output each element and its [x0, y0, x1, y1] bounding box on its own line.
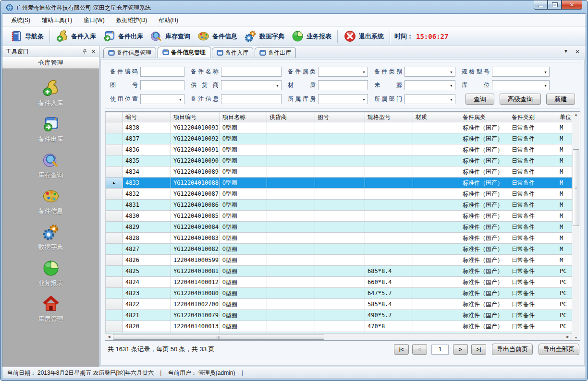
close-button[interactable]: ✕ [562, 0, 582, 10]
row-selector[interactable] [106, 233, 123, 244]
table-row[interactable]: 4835YG122040100900型圈标准件（国产）日常备件M [106, 155, 572, 167]
table-row[interactable]: 4836YG122040100910型圈标准件（国产）日常备件M [106, 144, 572, 155]
tab-close-icon[interactable]: ✕ [575, 48, 580, 55]
new-button[interactable]: 新建 [546, 94, 575, 105]
pin-icon[interactable] [82, 49, 87, 54]
menu-item[interactable]: 系统(S) [5, 14, 36, 27]
form-combobox[interactable]: ▼ [492, 80, 550, 90]
sidebar-item-data-dict[interactable]: 数据字典 [38, 223, 63, 251]
row-selector[interactable] [106, 299, 123, 310]
table-row[interactable]: 4821YG122040100790型圈490*5.7标准件（国产）日常备件PC [106, 310, 572, 321]
sidebar-item-parts-in[interactable]: 备件入库 [38, 79, 63, 107]
tab-item[interactable]: 备件入库 [212, 48, 253, 58]
row-selector[interactable] [106, 310, 123, 321]
scroll-up-icon[interactable]: ▲ [572, 113, 580, 116]
row-selector[interactable] [106, 255, 123, 266]
scroll-right-icon[interactable]: ▶ [564, 335, 572, 339]
first-page-button[interactable]: |< [394, 344, 409, 355]
table-row[interactable]: 4823YG122040100800型圈647*5.7标准件（国产）日常备件PC [106, 288, 572, 299]
row-selector[interactable] [106, 144, 123, 155]
form-combobox[interactable]: ▼ [140, 94, 184, 104]
row-selector[interactable] [106, 211, 123, 222]
maximize-button[interactable] [548, 0, 562, 10]
row-selector[interactable] [106, 321, 123, 332]
sidebar-item-report[interactable]: 业务报表 [38, 259, 63, 287]
form-input[interactable] [140, 80, 184, 90]
table-row[interactable]: 4828YG122040100830型圈标准件（国产）日常备件M [106, 233, 572, 244]
column-header[interactable]: 项目编号 [171, 112, 220, 122]
table-row[interactable]: 4825YG122040100810型圈685*8.4标准件（国产）日常备件PC [106, 266, 572, 277]
next-page-button[interactable]: > [453, 344, 468, 355]
table-row[interactable]: 482412204014000120型圈660*8.4标准件（国产）日常备件PC [106, 277, 572, 288]
menu-item[interactable]: 帮助(H) [153, 14, 184, 27]
table-row[interactable]: ▶4833YG122040100880型圈标准件（国产）日常备件M [106, 178, 572, 189]
table-row[interactable]: 4830YG122040100850型圈标准件（国产）日常备件M [106, 211, 572, 222]
row-selector[interactable] [106, 122, 123, 133]
scroll-down-icon[interactable]: ▼ [572, 336, 580, 339]
table-row[interactable]: 4827YG122040100820型圈标准件（国产）日常备件M [106, 244, 572, 255]
toolbar-button-parts-out[interactable]: 备件出库 [99, 28, 147, 44]
table-row[interactable]: 482612204010005990型圈标准件（国产）日常备件M [106, 255, 572, 266]
table-row[interactable]: 4838YG122040100930型圈标准件（国产）日常备件M [106, 122, 572, 133]
tab-menu-icon[interactable]: ▼ [564, 48, 568, 55]
sidebar-item-stock-query[interactable]: 库存查询 [38, 151, 63, 179]
sidebar-group-title[interactable]: 仓库管理 [2, 57, 99, 69]
toolbar-button-navbar-book[interactable]: 导航条 [6, 28, 47, 44]
row-selector[interactable] [106, 266, 123, 277]
column-header[interactable]: 图号 [315, 112, 365, 122]
toolbar-button-exit[interactable]: 退出系统 [340, 28, 387, 44]
menu-item[interactable]: 窗口(W) [78, 14, 110, 27]
row-selector[interactable] [106, 200, 123, 211]
form-input[interactable] [221, 94, 282, 104]
form-combobox[interactable]: ▼ [318, 67, 368, 77]
table-row[interactable]: 4829YG122040100840型圈标准件（国产）日常备件M [106, 222, 572, 233]
form-combobox[interactable]: ▼ [492, 67, 550, 77]
toolbar-button-data-dict[interactable]: 数据字典 [241, 28, 288, 44]
query-button[interactable]: 查询 [466, 94, 494, 105]
form-input[interactable] [318, 80, 368, 90]
tab-active[interactable]: 备件信息管理 [158, 47, 210, 58]
column-header[interactable]: 备件属类 [460, 112, 509, 122]
sidebar-item-parts-out[interactable]: 备件出库 [38, 115, 63, 143]
column-header[interactable]: 项目名称 [220, 112, 267, 122]
page-number-input[interactable] [431, 345, 449, 355]
table-row[interactable]: 4831YG122040100860型圈标准件（国产）日常备件M [106, 200, 572, 211]
sidebar-close-icon[interactable]: ✕ [91, 48, 96, 55]
form-combobox[interactable]: ▼ [404, 94, 455, 104]
vertical-scrollbar[interactable]: ▲ ≡ ▼ [572, 112, 580, 340]
minimize-button[interactable] [534, 0, 548, 10]
table-row[interactable]: 482212204010027000型圈585*8.4标准件（国产）日常备件PC [106, 299, 572, 310]
form-combobox[interactable]: ▼ [404, 67, 455, 77]
sidebar-item-parts-info[interactable]: 备件信息 [38, 187, 63, 215]
form-combobox[interactable]: ▼ [318, 94, 368, 104]
toolbar-button-report[interactable]: 业务报表 [288, 28, 335, 44]
column-header[interactable]: 单位 [557, 112, 572, 122]
row-selector[interactable] [106, 244, 123, 255]
toolbar-button-parts-in[interactable]: 备件入库 [52, 28, 99, 44]
column-header[interactable]: 供货商 [267, 112, 315, 122]
advanced-query-button[interactable]: 高级查询 [500, 94, 541, 105]
row-selector[interactable]: ▶ [106, 178, 123, 189]
form-input[interactable] [221, 67, 282, 77]
prev-page-button[interactable]: < [412, 344, 427, 355]
row-selector[interactable] [106, 155, 123, 167]
table-row[interactable]: 482012204014000130型圈470*8标准件（国产）日常备件PC [106, 321, 572, 332]
vertical-scroll-thumb[interactable]: ≡ [573, 149, 579, 226]
horizontal-scroll-thumb[interactable]: ||| [113, 334, 324, 340]
last-page-button[interactable]: >| [471, 344, 486, 355]
form-input[interactable] [140, 67, 184, 77]
row-selector[interactable] [106, 277, 123, 288]
sidebar-item-warehouse[interactable]: 库房管理 [38, 295, 63, 323]
toolbar-button-parts-info[interactable]: 备件信息 [194, 28, 241, 44]
column-header[interactable]: 规格型号 [365, 112, 413, 122]
export-all-pages-button[interactable]: 导出全部页 [539, 344, 579, 355]
row-selector[interactable] [106, 222, 123, 233]
menu-item[interactable]: 数据维护(D) [110, 14, 153, 27]
table-row[interactable]: 4834YG122040100890型圈标准件（国产）日常备件M [106, 167, 572, 178]
column-header[interactable]: 备件类别 [509, 112, 557, 122]
row-selector[interactable] [106, 288, 123, 299]
column-header[interactable]: 编号 [123, 112, 171, 122]
export-current-page-button[interactable]: 导出当前页 [492, 344, 533, 355]
tab-item[interactable]: 备件信息管理 [103, 48, 156, 58]
tab-item[interactable]: 备件出库 [255, 48, 296, 58]
